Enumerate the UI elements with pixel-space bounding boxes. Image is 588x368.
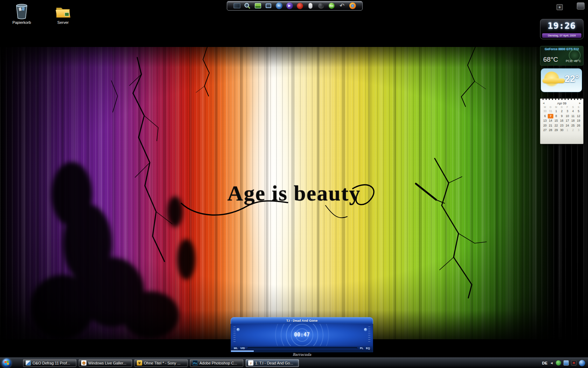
desktop-icon-label: Papierkorb <box>6 20 38 25</box>
calendar-day[interactable]: 24 <box>565 123 570 128</box>
calendar-day[interactable]: 14 <box>548 118 553 123</box>
tray-status-icon[interactable] <box>556 360 561 366</box>
desktop-icon-recycle-bin[interactable]: Papierkorb <box>6 2 38 25</box>
player-track-title[interactable]: T.I - Dead And Gone <box>231 317 373 324</box>
calendar-day[interactable]: 30 <box>542 109 548 114</box>
calendar-day[interactable]: 3 <box>565 109 570 114</box>
calendar-day[interactable]: 1 <box>565 128 570 133</box>
media-player-icon[interactable]: ▶ <box>286 2 293 9</box>
day-header: M <box>542 105 548 109</box>
volume-sphere-icon[interactable] <box>317 2 324 9</box>
tray-display-icon[interactable] <box>564 360 569 366</box>
calendar-month-label: Apr 09 <box>557 102 567 105</box>
application-dock: ✉ ▶ live ↶ <box>227 1 363 11</box>
player-pl-button[interactable]: PL <box>360 347 363 350</box>
calendar-day[interactable]: 13 <box>542 118 548 123</box>
calendar-day[interactable]: 25 <box>570 123 576 128</box>
hidden-icons-chevron[interactable]: ◄ <box>550 361 553 365</box>
calendar-gadget[interactable]: ◄ Apr 09 ► M D M D F S S 303112345678910… <box>540 98 583 144</box>
windows-logo-icon <box>4 361 9 365</box>
taskbar-button-label: 1. T.I - Dead And Go... <box>255 361 293 365</box>
calendar-day[interactable]: 26 <box>576 123 581 128</box>
calendar-next-button[interactable]: ► <box>579 102 581 105</box>
taskbar-button-defrag[interactable]: O&O Defrag 11 Prof... <box>23 359 76 367</box>
system-tray: DE ◄ ✕ <box>542 360 588 366</box>
calendar-day[interactable]: 15 <box>553 118 559 123</box>
player-ml-button[interactable]: ML <box>234 347 238 350</box>
music-note-icon: ♪ <box>248 360 253 366</box>
calendar-day[interactable]: 2 <box>570 128 576 133</box>
undo-icon[interactable]: ↶ <box>338 2 345 9</box>
calendar-day[interactable]: 9 <box>559 114 565 119</box>
gpu-pcb-temperature: PCB: 49°C <box>566 59 581 63</box>
gpu-temperature-gadget[interactable]: GeForce 8800 GTS 512 68°C PCB: 49°C <box>540 46 583 66</box>
calendar-day[interactable]: 2 <box>559 109 565 114</box>
calendar-day[interactable]: 27 <box>542 128 548 133</box>
day-header: D <box>559 105 565 109</box>
window-frame-icon[interactable] <box>265 2 272 9</box>
player-display: 00:47 <box>231 324 373 346</box>
my-computer-icon[interactable] <box>233 2 240 9</box>
music-player[interactable]: T.I - Dead And Gone 00:47 ML VID PL EQ B… <box>231 317 373 357</box>
recycle-bin-icon <box>6 2 38 20</box>
wallpaper: Age is beauty <box>0 47 588 339</box>
security-icon[interactable] <box>296 2 303 9</box>
sidebar-orb-icon[interactable] <box>579 360 585 366</box>
taskbar-button-music[interactable]: ♪ 1. T.I - Dead And Go... <box>246 359 299 367</box>
taskbar-buttons: O&O Defrag 11 Prof... ✿ Windows Live Gal… <box>23 359 299 367</box>
calendar-day[interactable]: 8 <box>553 114 559 119</box>
calendar-day[interactable]: 4 <box>570 109 576 114</box>
taskbar-button-sony-vegas[interactable]: V Ohne Titel * - Sony ... <box>134 359 188 367</box>
calendar-grid: 3031123456789101112131415161718192021222… <box>542 109 581 133</box>
firefox-icon[interactable] <box>349 2 356 9</box>
gadget-options-button[interactable] <box>577 2 584 9</box>
calendar-prev-button[interactable]: ◄ <box>542 102 545 105</box>
calendar-day-selected[interactable]: 7 <box>548 114 553 119</box>
desktop-icon-label: Server <box>47 20 79 25</box>
calendar-day[interactable]: 5 <box>576 109 581 114</box>
tray-muted-icon[interactable]: ✕ <box>571 360 576 366</box>
calendar-day[interactable]: 3 <box>576 128 581 133</box>
day-header: S <box>576 105 581 109</box>
weather-gadget[interactable]: 22° <box>541 68 582 92</box>
clock-gadget[interactable]: 19:26 Dienstag, 07 April, 2009 <box>540 19 583 39</box>
taskbar: O&O Defrag 11 Prof... ✿ Windows Live Gal… <box>0 357 588 368</box>
volume-knob[interactable] <box>237 328 240 331</box>
photo-gallery-icon[interactable] <box>254 2 261 9</box>
calendar-day[interactable]: 12 <box>576 114 581 119</box>
desktop-icon-server[interactable]: Server <box>47 2 79 25</box>
calendar-spiral-binding <box>541 98 582 100</box>
calendar-day[interactable]: 31 <box>548 109 553 114</box>
player-seek-groove[interactable] <box>247 347 357 349</box>
calendar-day[interactable]: 16 <box>559 118 565 123</box>
clock-date: Dienstag, 07 April, 2009 <box>542 33 581 38</box>
calendar-day[interactable]: 29 <box>553 128 559 133</box>
calendar-day[interactable]: 23 <box>559 123 565 128</box>
player-eq-button[interactable]: EQ <box>366 347 370 350</box>
balance-knob[interactable] <box>364 328 367 331</box>
calendar-day[interactable]: 28 <box>548 128 553 133</box>
calendar-day[interactable]: 11 <box>570 114 576 119</box>
player-vid-button[interactable]: VID <box>240 347 245 350</box>
calendar-day[interactable]: 18 <box>570 118 576 123</box>
calendar-day[interactable]: 1 <box>553 109 559 114</box>
calendar-day[interactable]: 6 <box>542 114 548 119</box>
taskbar-button-photoshop[interactable]: Ps Adobe Photoshop C... <box>190 359 243 367</box>
start-button[interactable] <box>2 359 11 368</box>
gpu-core-temperature: 68°C <box>543 56 558 63</box>
calendar-day[interactable]: 21 <box>548 123 553 128</box>
search-icon[interactable] <box>244 2 251 9</box>
language-indicator[interactable]: DE <box>542 361 547 365</box>
calendar-day[interactable]: 19 <box>576 118 581 123</box>
calendar-day[interactable]: 20 <box>542 123 548 128</box>
mouse-settings-icon[interactable] <box>307 2 314 9</box>
calendar-day[interactable]: 17 <box>565 118 570 123</box>
calendar-day[interactable]: 30 <box>559 128 565 133</box>
add-gadget-button[interactable]: + <box>556 4 563 10</box>
mail-icon[interactable]: ✉ <box>275 2 282 9</box>
calendar-day[interactable]: 22 <box>553 123 559 128</box>
taskbar-button-label: Adobe Photoshop C... <box>200 361 237 365</box>
taskbar-button-live-gallery[interactable]: ✿ Windows Live Galler... <box>79 359 132 367</box>
calendar-day[interactable]: 10 <box>565 114 570 119</box>
windows-live-icon[interactable]: live <box>328 2 335 9</box>
